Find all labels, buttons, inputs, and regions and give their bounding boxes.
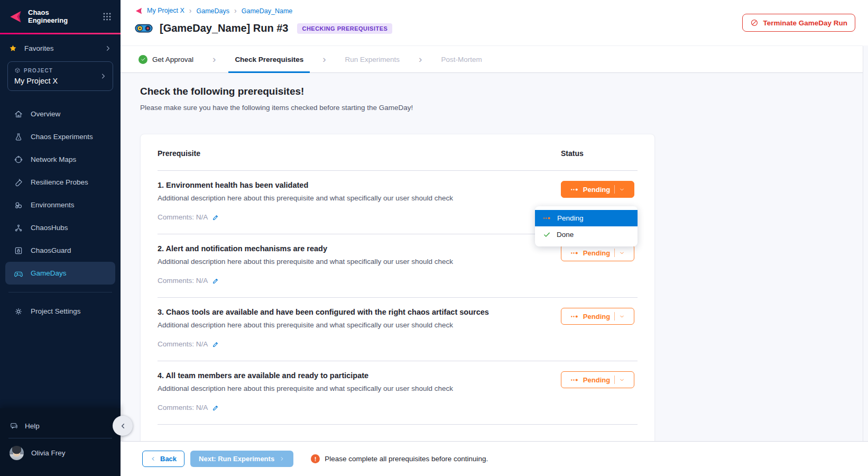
status-button[interactable]: Pending	[561, 181, 634, 198]
footer-bar: Back Next: Run Experiments ! Please comp…	[121, 441, 868, 476]
pending-dots-icon	[543, 216, 551, 220]
avatar	[10, 446, 24, 460]
project-eyebrow-label: PROJECT	[24, 68, 53, 74]
prereq-description: Additional description here about this p…	[158, 257, 561, 267]
cube-icon	[14, 67, 21, 74]
prereq-description: Additional description here about this p…	[158, 193, 561, 204]
back-button[interactable]: Back	[142, 451, 184, 467]
comments-label: Comments: N/A	[158, 277, 208, 285]
nav-icon	[14, 223, 23, 233]
status-button[interactable]: Pending	[561, 371, 634, 388]
sidebar-divider	[8, 292, 112, 292]
chat-help-icon	[10, 422, 19, 431]
table-header: Prerequisite Status	[158, 134, 638, 171]
comments-label: Comments: N/A	[158, 404, 208, 411]
edit-comment-pencil-icon[interactable]	[212, 277, 219, 285]
nav-label: Network Maps	[31, 155, 76, 163]
prereq-description: Additional description here about this p…	[158, 320, 561, 331]
step-label: Post-Mortem	[441, 56, 482, 63]
step-get-approval[interactable]: Get Approval	[132, 46, 200, 72]
dropdown-option-done[interactable]: Done	[535, 226, 638, 243]
scrollbar-track[interactable]	[863, 46, 863, 441]
sidebar-item-gamedays[interactable]: GameDays	[5, 262, 115, 285]
status-button[interactable]: Pending	[561, 308, 634, 325]
sidebar-item-network-maps[interactable]: Network Maps	[5, 148, 115, 171]
sidebar-item-chaosguard[interactable]: ChaosGuard	[5, 239, 115, 262]
terminate-gameday-button[interactable]: Terminate GameDay Run	[742, 14, 855, 32]
chaos-mini-logo-icon	[135, 7, 143, 15]
page-heading: Check the following prerequisites!	[140, 86, 304, 97]
chevron-right-icon	[99, 72, 107, 80]
sidebar-collapse-button[interactable]	[113, 416, 133, 436]
done-check-icon	[543, 231, 551, 239]
step-post-mortem[interactable]: Post-Mortem	[406, 46, 488, 72]
step-run-experiments[interactable]: Run Experiments	[310, 46, 406, 72]
run-stepper: Get Approval Check Prerequisites Run Exp…	[121, 45, 863, 73]
chevron-down-icon	[619, 377, 625, 383]
breadcrumb-link-gamedays[interactable]: GameDays	[184, 6, 229, 15]
prerequisites-card: Prerequisite Status 1. Environment healt…	[140, 134, 655, 441]
nav-label: Chaos Experiments	[31, 133, 93, 141]
nav-label: GameDays	[31, 269, 67, 277]
topbar: My Project X GameDays GameDay_Name [Game…	[121, 0, 868, 45]
nav-icon	[14, 178, 23, 187]
project-name: My Project X	[14, 77, 106, 85]
sidebar: Chaos Engineering Favorites PROJECT My P…	[0, 0, 121, 476]
step-label: Run Experiments	[345, 56, 400, 63]
user-name: Olivia Frey	[31, 449, 66, 457]
breadcrumb: My Project X GameDays GameDay_Name	[135, 6, 292, 15]
chevron-left-icon	[150, 456, 156, 462]
sidebar-item-chaoshubs[interactable]: ChaosHubs	[5, 216, 115, 239]
edit-comment-pencil-icon[interactable]	[212, 404, 219, 411]
nav-icon	[14, 109, 23, 119]
status-badge: CHECKING PREREQUISITES	[297, 23, 392, 34]
sidebar-item-overview[interactable]: Overview	[5, 103, 115, 125]
edit-comment-pencil-icon[interactable]	[212, 214, 219, 221]
user-menu[interactable]: Olivia Frey	[0, 438, 121, 468]
nav-label: ChaosHubs	[31, 224, 68, 232]
comments-label: Comments: N/A	[158, 213, 208, 221]
chevron-down-icon	[619, 250, 625, 256]
star-icon	[8, 44, 17, 53]
sidebar-item-resilience-probes[interactable]: Resilience Probes	[5, 171, 115, 194]
ban-icon	[750, 19, 759, 27]
next-run-experiments-button[interactable]: Next: Run Experiments	[190, 451, 293, 467]
button-divider	[614, 185, 615, 194]
nav-icon	[14, 132, 23, 142]
step-check-prerequisites[interactable]: Check Prerequisites	[200, 46, 310, 72]
gear-icon	[14, 307, 23, 316]
sidebar-item-chaos-experiments[interactable]: Chaos Experiments	[5, 125, 115, 148]
status-button[interactable]: Pending	[561, 244, 634, 261]
prereq-title: 2. Alert and notification mechanisms are…	[158, 243, 561, 254]
breadcrumb-link-gameday-name[interactable]: GameDay_Name	[229, 6, 292, 15]
sidebar-item-project-settings[interactable]: Project Settings	[5, 300, 115, 323]
edit-comment-pencil-icon[interactable]	[212, 341, 219, 348]
prereq-title: 3. Chaos tools are available and have be…	[158, 307, 561, 317]
breadcrumb-link-my-project-x[interactable]: My Project X	[147, 7, 184, 14]
warning-text: Please complete all prerequisites before…	[325, 455, 488, 463]
gameday-gamepad-icon	[135, 22, 153, 34]
help-button[interactable]: Help	[0, 414, 121, 438]
col-prerequisite: Prerequisite	[158, 149, 561, 158]
chevron-right-icon	[104, 44, 112, 52]
brand-accent-divider	[0, 33, 121, 34]
chevron-down-icon	[619, 314, 625, 319]
module-grid-icon[interactable]	[102, 12, 112, 22]
nav-label: Environments	[31, 201, 75, 209]
nav-icon	[14, 269, 23, 278]
button-divider	[614, 376, 615, 384]
button-divider	[614, 249, 615, 257]
step-label: Get Approval	[152, 56, 193, 63]
chevron-down-icon	[619, 187, 625, 193]
sidebar-item-environments[interactable]: Environments	[5, 194, 115, 216]
favorites-label: Favorites	[24, 44, 54, 52]
dropdown-option-pending[interactable]: Pending	[535, 210, 638, 226]
comments-label: Comments: N/A	[158, 340, 208, 348]
project-selector[interactable]: PROJECT My Project X	[7, 61, 113, 91]
pending-dots-icon	[570, 188, 579, 191]
nav-label: Overview	[31, 110, 60, 118]
sidebar-bottom: Help Olivia Frey	[0, 408, 121, 476]
prereq-title: 1. Environment health has been validated	[158, 180, 561, 190]
favorites-row[interactable]: Favorites	[8, 44, 112, 53]
nav-icon	[14, 200, 23, 210]
